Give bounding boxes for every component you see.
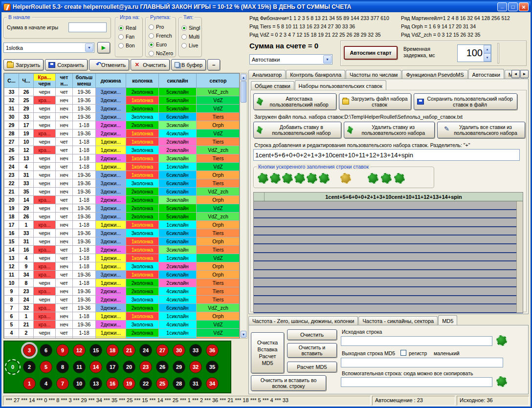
column-header[interactable]: дюжина xyxy=(96,74,126,88)
table-row[interactable]: 42чернчет1-181дюжи...2колонка1сиклайнVdZ xyxy=(4,329,240,337)
toolbar-save-disk-button[interactable]: Сохранить xyxy=(45,59,88,70)
autobet-button[interactable]: Сохранить пользовательский набор ставок … xyxy=(414,93,517,110)
table-row[interactable]: 2233черннеч19-363дюжи...3колонка6сиклайн… xyxy=(4,179,240,188)
radio-euro[interactable]: Euro xyxy=(149,40,173,49)
quick-chip-button-10[interactable] xyxy=(394,173,405,184)
freq-tab[interactable]: MD5 xyxy=(438,315,457,325)
board-number-7[interactable]: 7 xyxy=(56,377,69,390)
main-tab[interactable]: Частоты по числам xyxy=(346,70,401,79)
radio-nozero[interactable]: NoZero xyxy=(149,49,173,58)
board-number-8[interactable]: 8 xyxy=(56,361,69,373)
board-number-25[interactable]: 25 xyxy=(156,377,169,390)
sub-tab[interactable]: Наборы пользовательских ставок xyxy=(295,80,386,90)
minimize-button[interactable] xyxy=(497,2,507,11)
table-row[interactable]: 3033черннеч19-363дюжи...3колонка6сиклайн… xyxy=(4,113,240,121)
board-number-24[interactable]: 24 xyxy=(139,344,152,357)
bets-list-row[interactable] xyxy=(254,244,523,253)
table-row[interactable]: 2917черннеч1-182дюжи...2колонка3сиклайнO… xyxy=(4,121,240,129)
title-bar[interactable]: HelperRoullet 5.3- create helperroullet@… xyxy=(1,1,531,12)
table-row[interactable]: 2331черннеч19-363дюжи...1колонка6сиклайн… xyxy=(4,171,240,179)
toolbar-open-folder-button[interactable]: Загрузить xyxy=(3,59,44,70)
table-row[interactable]: 3129черннеч19-363дюжи...2колонка5сиклайн… xyxy=(4,105,240,113)
board-number-36[interactable]: 36 xyxy=(206,344,219,357)
board-number-9[interactable]: 9 xyxy=(56,344,69,357)
freq-tab[interactable]: Частота - сиклайны, сектора xyxy=(358,316,438,325)
autospin-start-button[interactable]: Автоспин старт xyxy=(344,46,398,60)
autobet-button[interactable]: Удалить все ставки из пользовательского … xyxy=(437,122,525,138)
board-number-19[interactable]: 19 xyxy=(123,377,135,390)
helper-string-input[interactable] xyxy=(341,377,492,387)
table-row[interactable]: 3225кра...неч19-363дюжи...1колонка5сикла… xyxy=(4,96,240,105)
board-number-21[interactable]: 21 xyxy=(123,344,135,357)
board-number-23[interactable]: 23 xyxy=(139,361,152,373)
table-row[interactable]: 3326чернчет19-363дюжи...2колонка5сиклайн… xyxy=(4,88,240,96)
board-number-27[interactable]: 27 xyxy=(156,344,169,357)
board-number-10[interactable]: 10 xyxy=(73,377,86,390)
maximize-button[interactable] xyxy=(508,2,518,11)
bets-list-row[interactable] xyxy=(254,253,523,262)
board-number-17[interactable]: 17 xyxy=(106,361,119,373)
board-number-0[interactable]: 0 xyxy=(6,361,19,373)
radio-real[interactable]: Real xyxy=(118,23,136,32)
quick-chip-button-1[interactable] xyxy=(258,173,268,184)
quick-chip-button-6[interactable] xyxy=(319,173,330,184)
md5-clear-button[interactable]: Очистить xyxy=(287,329,337,340)
main-tab[interactable]: Анализатор xyxy=(248,70,286,79)
bets-list-scrollbar[interactable] xyxy=(516,201,523,313)
board-number-33[interactable]: 33 xyxy=(189,344,202,357)
md5-source-input[interactable] xyxy=(341,336,492,346)
table-row[interactable]: 1929черннеч19-363дюжи...2колонка5сиклайн… xyxy=(4,204,240,213)
bets-list-row[interactable] xyxy=(254,287,523,296)
board-number-28[interactable]: 28 xyxy=(173,377,185,390)
table-row[interactable]: 2710чернчет1-181дюжи...1колонка2сиклайнT… xyxy=(4,138,240,146)
table-row[interactable]: 2135черннеч19-363дюжи...2колонка6сиклайн… xyxy=(4,188,240,196)
column-header[interactable]: колонка xyxy=(126,74,159,88)
md5-clear-paste-button[interactable]: Очистить и вставить xyxy=(287,343,337,358)
dropdown-arrow-icon[interactable] xyxy=(85,43,93,52)
bets-list-row[interactable] xyxy=(254,261,523,270)
table-row[interactable]: 2014кра...чет1-182дюжи...2колонка3сиклай… xyxy=(4,196,240,204)
quick-chip-button-8[interactable] xyxy=(368,173,378,184)
column-header[interactable]: большменш xyxy=(73,74,96,88)
bets-list-row[interactable] xyxy=(254,279,523,287)
board-number-20[interactable]: 20 xyxy=(123,361,135,373)
board-number-1[interactable]: 1 xyxy=(23,377,36,390)
table-row[interactable]: 1826чернчет19-363дюжи...2колонка5сиклайн… xyxy=(4,213,240,221)
toolbar-clipboard-button[interactable]: В буфер xyxy=(171,59,206,70)
radio-multi[interactable]: Multi xyxy=(181,32,200,41)
bet-string-input[interactable] xyxy=(253,149,520,161)
board-number-31[interactable]: 31 xyxy=(189,377,202,390)
board-number-11[interactable]: 11 xyxy=(73,361,86,373)
quick-chip-button-2[interactable] xyxy=(270,173,281,184)
md5-clear-paste-calc-button[interactable]: Очистка Вставка Расчет MD5 xyxy=(251,332,284,373)
quick-chip-button-5[interactable] xyxy=(307,173,317,184)
table-row[interactable]: 923кра...неч19-362дюжи...2колонка4сиклай… xyxy=(4,287,240,296)
board-number-30[interactable]: 30 xyxy=(173,344,185,357)
table-row[interactable]: 732кра...чет19-363дюжи...2колонка6сиклай… xyxy=(4,304,240,312)
toolbar-clear-button[interactable]: Очистить xyxy=(131,59,170,70)
bets-list-row[interactable] xyxy=(254,236,523,244)
tabs-scroll-right-icon[interactable]: ► xyxy=(520,70,529,78)
md5-output-input[interactable] xyxy=(341,358,503,367)
bets-list-row[interactable] xyxy=(254,201,523,210)
column-header[interactable]: Ч... xyxy=(19,74,34,88)
table-row[interactable]: 2819кра...неч19-362дюжи...1колонка4сикла… xyxy=(4,129,240,138)
table-row[interactable]: 1416кра...чет1-182дюжи...1колонка3сиклай… xyxy=(4,246,240,254)
bets-list-row[interactable] xyxy=(254,210,523,219)
board-number-34[interactable]: 34 xyxy=(206,377,219,390)
radio-live[interactable]: Live xyxy=(181,41,200,50)
slot-combo[interactable]: 1slotka xyxy=(3,43,94,53)
table-row[interactable]: 134чернчет1-181дюжи...1колонка1сиклайнVd… xyxy=(4,254,240,262)
bets-list-row[interactable] xyxy=(254,304,523,313)
quick-chip-button-4[interactable] xyxy=(294,173,305,184)
clear-paste-helper-button[interactable]: Очистить и вставить во вспом. строку xyxy=(251,375,326,391)
radio-singl[interactable]: Singl xyxy=(181,23,200,32)
autobets-combo[interactable]: Автоставки xyxy=(249,54,332,64)
table-row[interactable]: 2513черннеч1-182дюжи...1колонка3сиклайнT… xyxy=(4,154,240,163)
column-header[interactable]: сектор xyxy=(197,74,240,88)
play-button[interactable]: ▶ xyxy=(97,42,110,53)
spin-up-icon[interactable]: ▲ xyxy=(484,45,491,53)
main-tab[interactable]: Автоставки xyxy=(468,69,504,79)
close-button[interactable] xyxy=(519,2,529,11)
column-header[interactable]: четн... xyxy=(56,74,73,88)
